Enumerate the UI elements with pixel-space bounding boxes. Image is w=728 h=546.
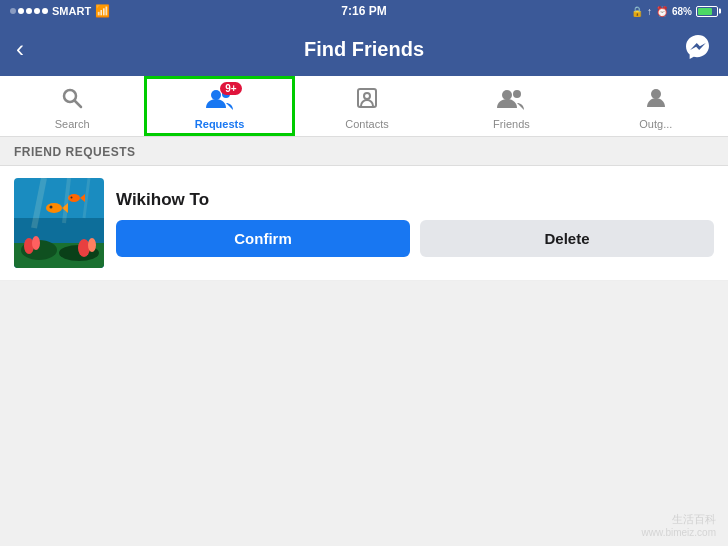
friend-request-item: Wikihow To Confirm Delete (0, 166, 728, 281)
svg-point-16 (78, 239, 90, 257)
tab-outgoing[interactable]: Outg... (584, 76, 728, 136)
svg-point-20 (50, 206, 53, 209)
friend-actions: Confirm Delete (116, 220, 714, 257)
section-header: FRIEND REQUESTS (0, 137, 728, 166)
signal-dot-2 (18, 8, 24, 14)
friend-name: Wikihow To (116, 190, 714, 210)
svg-point-23 (71, 197, 73, 199)
wifi-icon: 📶 (95, 4, 110, 18)
svg-point-6 (502, 90, 512, 100)
clock-icon: ⏰ (656, 6, 668, 17)
tab-friends-label: Friends (493, 118, 530, 130)
confirm-button[interactable]: Confirm (116, 220, 410, 257)
svg-point-17 (88, 238, 96, 252)
watermark: 生活百科 www.bimeiz.com (642, 512, 716, 538)
svg-point-8 (651, 89, 661, 99)
svg-line-1 (75, 101, 82, 108)
friends-icon (497, 86, 525, 116)
status-time: 7:16 PM (341, 4, 386, 18)
signal-dot-4 (34, 8, 40, 14)
delete-button[interactable]: Delete (420, 220, 714, 257)
svg-point-5 (364, 93, 370, 99)
friend-info: Wikihow To Confirm Delete (116, 190, 714, 257)
lock-icon: 🔒 (631, 6, 643, 17)
status-right: 🔒 ↑ ⏰ 68% (631, 6, 718, 17)
signal-dot-5 (42, 8, 48, 14)
signal-dots (10, 8, 48, 14)
tab-friends[interactable]: Friends (439, 76, 583, 136)
requests-icon: 9+ (206, 86, 234, 116)
svg-point-18 (46, 203, 62, 213)
signal-dot-3 (26, 8, 32, 14)
tab-search-label: Search (55, 118, 90, 130)
svg-point-15 (32, 236, 40, 250)
requests-badge: 9+ (220, 82, 241, 95)
header: ‹ Find Friends (0, 22, 728, 76)
tab-search[interactable]: Search (0, 76, 144, 136)
tab-contacts-label: Contacts (345, 118, 388, 130)
signal-dot-1 (10, 8, 16, 14)
section-header-text: FRIEND REQUESTS (14, 145, 136, 159)
tab-bar: Search 9+ Requests Contacts Friends Outg… (0, 76, 728, 137)
search-icon (60, 86, 84, 116)
tab-requests[interactable]: 9+ Requests (144, 76, 294, 136)
battery-icon (696, 6, 718, 17)
tab-outgoing-label: Outg... (639, 118, 672, 130)
friend-avatar (14, 178, 104, 268)
outgoing-icon (644, 86, 668, 116)
location-icon: ↑ (647, 6, 652, 17)
contacts-icon (355, 86, 379, 116)
page-title: Find Friends (304, 38, 424, 61)
messenger-button[interactable] (684, 33, 712, 66)
svg-point-2 (211, 90, 221, 100)
tab-requests-label: Requests (195, 118, 245, 130)
back-button[interactable]: ‹ (16, 35, 24, 63)
svg-point-7 (513, 90, 521, 98)
battery-percent: 68% (672, 6, 692, 17)
carrier-label: SMART (52, 5, 91, 17)
watermark-line1: 生活百科 (642, 512, 716, 527)
tab-contacts[interactable]: Contacts (295, 76, 439, 136)
svg-point-21 (68, 194, 80, 202)
status-left: SMART 📶 (10, 4, 110, 18)
watermark-line2: www.bimeiz.com (642, 527, 716, 538)
status-bar: SMART 📶 7:16 PM 🔒 ↑ ⏰ 68% (0, 0, 728, 22)
